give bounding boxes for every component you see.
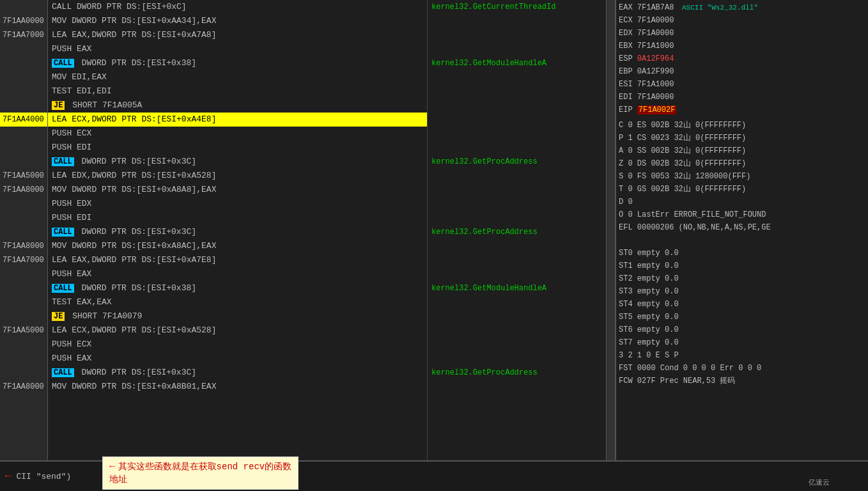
instr-row[interactable]: PUSH EAX: [48, 267, 427, 281]
flag-row: S 0 FS 0053 32山 1280000(FFF): [619, 170, 865, 183]
register-row: EIP 7F1A002F: [619, 104, 865, 116]
reg-name: EAX: [619, 3, 637, 12]
addr-row: 7F1AA5000: [0, 323, 47, 338]
reg-value: 0A12F990: [637, 67, 674, 76]
instr-row[interactable]: PUSH ECX: [48, 338, 427, 352]
addr-row: 7F1AA4000: [0, 113, 47, 127]
instr-row[interactable]: CALL DWORD PTR DS:[ESI+0x38]: [48, 281, 427, 295]
flag-row: Z 0 DS 002B 32山 0(FFFFFFFF): [619, 157, 865, 170]
comment-row: [428, 295, 606, 309]
instr-text: DWORD PTR DS:[ESI+0x3C]: [77, 368, 196, 377]
instr-row[interactable]: PUSH EDI: [48, 141, 427, 155]
addr-row: [0, 56, 47, 70]
reg-value: 0A12F964: [637, 54, 674, 63]
addr-row: [0, 211, 47, 225]
comment-row: [428, 352, 606, 366]
register-row: ECX 7F1A0000: [619, 14, 865, 27]
instr-row[interactable]: MOV EDI,EAX: [48, 70, 427, 84]
instr-row[interactable]: MOV DWORD PTR DS:[ESI+0xA8B01,EAX: [48, 380, 427, 394]
addr-row: [0, 127, 47, 141]
instr-text: SHORT 7F1A0079: [67, 311, 142, 321]
instr-row[interactable]: CALL DWORD PTR DS:[ESI+0x3C]: [48, 155, 427, 169]
addr-row: [0, 197, 47, 211]
addr-row: [0, 338, 47, 352]
flag-row: ST7 empty 0.0: [619, 336, 865, 349]
flag-row: FST 0000 Cond 0 0 0 0 Err 0 0 0: [619, 362, 865, 375]
register-row: EDI 7F1A0000: [619, 91, 865, 104]
annotation-box: ←其实这些函数就是在获取send recv的函数地址: [102, 456, 298, 490]
comment-row: [428, 28, 606, 42]
bottom-container: ← CII "send") ←其实这些函数就是在获取send recv的函数地址…: [0, 460, 868, 491]
instr-row[interactable]: PUSH EAX: [48, 352, 427, 366]
addr-row: [0, 155, 47, 169]
addr-row: [0, 141, 47, 155]
instr-row[interactable]: TEST EAX,EAX: [48, 295, 427, 309]
instr-row[interactable]: TEST EDI,EDI: [48, 84, 427, 98]
reg-name: ESP: [619, 54, 637, 63]
instr-row[interactable]: PUSH ECX: [48, 127, 427, 141]
instr-row[interactable]: PUSH EDX: [48, 197, 427, 211]
addr-row: [0, 98, 47, 113]
comment-row: [428, 197, 606, 211]
instr-row[interactable]: MOV DWORD PTR DS:[ESI+0xA8AC],EAX: [48, 239, 427, 253]
comment-row: [428, 141, 606, 155]
comment-row: kernel32.GetCurrentThreadId: [428, 0, 606, 14]
instr-row[interactable]: JE SHORT 7F1A005A: [48, 98, 427, 113]
reg-value: 7F1A0000: [637, 93, 674, 102]
address-column: 7F1AA00007F1AA70007F1AA40007F1AA50007F1A…: [0, 0, 48, 460]
reg-name: EIP: [619, 105, 637, 114]
instr-row[interactable]: CALL DWORD PTR DS:[ESI+0x3C]: [48, 225, 427, 239]
comment-row: [428, 42, 606, 56]
flag-row: ST5 empty 0.0: [619, 311, 865, 323]
instr-row[interactable]: LEA EDX,DWORD PTR DS:[ESI+0xA528]: [48, 169, 427, 183]
instr-row[interactable]: CALL DWORD PTR DS:[ESI+0x3C]: [48, 366, 427, 380]
flag-row: A 0 SS 002B 32山 0(FFFFFFFF): [619, 144, 865, 157]
addr-row: 7F1AA7000: [0, 28, 47, 42]
flag-row: C 0 ES 002B 32山 0(FFFFFFFF): [619, 119, 865, 132]
reg-name: EDX: [619, 29, 637, 38]
flag-row: T 0 GS 002B 32山 0(FFFFFFFF): [619, 183, 865, 196]
instr-row[interactable]: LEA EAX,DWORD PTR DS:[ESI+0xA7E8]: [48, 253, 427, 267]
addr-row: 7F1AA0000: [0, 14, 47, 28]
ascii-arrow: ←: [5, 471, 12, 482]
instr-row[interactable]: MOV DWORD PTR DS:[ESI+0xAA34],EAX: [48, 14, 427, 28]
instr-row[interactable]: MOV DWORD PTR DS:[ESI+0xA8A8],EAX: [48, 183, 427, 197]
instr-row[interactable]: LEA ECX,DWORD PTR DS:[ESI+0xA4E8]: [48, 113, 427, 127]
instr-row[interactable]: JE SHORT 7F1A0079: [48, 309, 427, 323]
reg-value: 7F1A0000: [637, 16, 674, 25]
comment-row: [428, 98, 606, 113]
comment-row: [428, 211, 606, 225]
comment-row: [428, 267, 606, 281]
register-row: EAX 7F1AB7A8 ASCII "Ws2_32.dll": [619, 1, 865, 14]
je-badge: JE: [52, 312, 65, 321]
comment-row: [428, 70, 606, 84]
reg-name: EBX: [619, 42, 637, 51]
reg-name: ESI: [619, 80, 637, 89]
comment-row: [428, 169, 606, 183]
instr-row[interactable]: CALL DWORD PTR DS:[ESI+0xC]: [48, 0, 427, 14]
addr-row: [0, 225, 47, 239]
comment-row: [428, 127, 606, 141]
disasm-scrollbar[interactable]: [606, 0, 615, 460]
comment-row: kernel32.GetModuleHandleA: [428, 56, 606, 70]
instr-row[interactable]: LEA EAX,DWORD PTR DS:[ESI+0xA7A8]: [48, 28, 427, 42]
register-row: EBP 0A12F990: [619, 65, 865, 78]
comment-column: kernel32.GetCurrentThreadIdkernel32.GetM…: [427, 0, 606, 460]
instr-text: DWORD PTR DS:[ESI+0x3C]: [77, 157, 196, 166]
addr-row: 7F1AA8000: [0, 239, 47, 253]
instr-row[interactable]: LEA ECX,DWORD PTR DS:[ESI+0xA528]: [48, 323, 427, 338]
instr-row[interactable]: CALL DWORD PTR DS:[ESI+0x38]: [48, 56, 427, 70]
instr-row[interactable]: PUSH EAX: [48, 42, 427, 56]
ascii-text: CII "send"): [16, 472, 71, 481]
flag-row: P 1 CS 0023 32山 0(FFFFFFFF): [619, 132, 865, 144]
flag-row: O 0 LastErr ERROR_FILE_NOT_FOUND: [619, 208, 865, 221]
instr-text: DWORD PTR DS:[ESI+0x38]: [77, 58, 196, 68]
register-panel: EAX 7F1AB7A8 ASCII "Ws2_32.dll"ECX 7F1A0…: [616, 0, 868, 460]
instr-row[interactable]: PUSH EDI: [48, 211, 427, 225]
disasm-panel: 7F1AA00007F1AA70007F1AA40007F1AA50007F1A…: [0, 0, 616, 460]
annotation-text: 其实这些函数就是在获取send recv的函数地址: [109, 462, 291, 485]
je-badge: JE: [52, 101, 65, 110]
instruction-column[interactable]: CALL DWORD PTR DS:[ESI+0xC]MOV DWORD PTR…: [48, 0, 427, 460]
comment-row: [428, 239, 606, 253]
addr-row: [0, 267, 47, 281]
